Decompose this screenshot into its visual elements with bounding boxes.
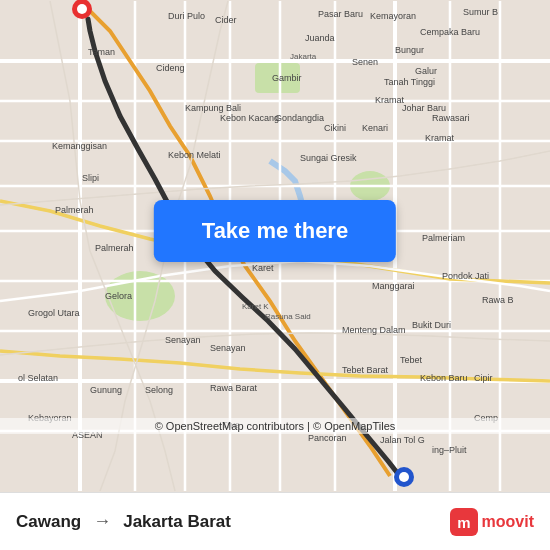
place-ol-selatan: ol Selatan xyxy=(18,373,58,383)
place-tebet: Tebet xyxy=(400,355,423,365)
bottom-bar: Cawang → Jakarta Barat m moovit xyxy=(0,492,550,550)
moovit-icon: m xyxy=(450,508,478,536)
place-senayan: Senayan xyxy=(165,335,201,345)
place-sungai-gresik: Sungai Gresik xyxy=(300,153,357,163)
moovit-logo: m moovit xyxy=(450,508,534,536)
place-manggarai: Manggarai xyxy=(372,281,415,291)
place-senen: Senen xyxy=(352,57,378,67)
place-taman: Taman xyxy=(88,47,115,57)
place-duri-pulo: Duri Pulo xyxy=(168,11,205,21)
place-ing-pluit: ing–Pluit xyxy=(432,445,467,455)
place-palmerah2: Palmerah xyxy=(95,243,134,253)
place-bungur: Bungur xyxy=(395,45,424,55)
place-pasar-baru: Pasar Baru xyxy=(318,9,363,19)
place-rasuna-said: Rasuna Said xyxy=(265,312,311,321)
place-gondangdia: Gondangdia xyxy=(275,113,324,123)
arrow-icon: → xyxy=(93,511,111,532)
place-galur: Galur xyxy=(415,66,437,76)
place-kemayoran: Kemayoran xyxy=(370,11,416,21)
place-cider: Cider xyxy=(215,15,237,25)
place-kenari: Kenari xyxy=(362,123,388,133)
place-slipi: Slipi xyxy=(82,173,99,183)
svg-point-23 xyxy=(77,4,87,14)
place-cipir: Cipir xyxy=(474,373,493,383)
place-gunung: Gunung xyxy=(90,385,122,395)
place-palmeriam: Palmeriam xyxy=(422,233,465,243)
place-jakarta: Jakarta xyxy=(290,52,317,61)
place-pondok-jati: Pondok Jati xyxy=(442,271,489,281)
place-bukit-duri: Bukit Duri xyxy=(412,320,451,330)
svg-point-25 xyxy=(399,472,409,482)
place-cikini: Cikini xyxy=(324,123,346,133)
place-jalan-tol-g: Jalan Tol G xyxy=(380,435,425,445)
place-juanda: Juanda xyxy=(305,33,335,43)
place-kramat: Kramat xyxy=(375,95,405,105)
place-gambir: Gambir xyxy=(272,73,302,83)
origin-label: Cawang xyxy=(16,512,81,532)
place-rawasari: Rawasari xyxy=(432,113,470,123)
place-pancoran: Pancoran xyxy=(308,433,347,443)
app: Duri Pulo Cider Pasar Baru Kemayoran Sum… xyxy=(0,0,550,550)
place-menteng-dalam: Menteng Dalam xyxy=(342,325,406,335)
place-sumur-b: Sumur B xyxy=(463,7,498,17)
place-karet-k: Karet K xyxy=(242,302,269,311)
map-attribution: © OpenStreetMap contributors | © OpenMap… xyxy=(0,418,550,434)
place-tanah-tinggi: Tanah Tinggi xyxy=(384,77,435,87)
place-johar-baru: Johar Baru xyxy=(402,103,446,113)
place-tebet-barat: Tebet Barat xyxy=(342,365,389,375)
destination-label: Jakarta Barat xyxy=(123,512,231,532)
place-karet: Karet xyxy=(252,263,274,273)
place-kebon-baru: Kebon Baru xyxy=(420,373,468,383)
place-grogol-utara: Grogol Utara xyxy=(28,308,80,318)
place-rawa-b: Rawa B xyxy=(482,295,514,305)
place-palmerah: Palmerah xyxy=(55,205,94,215)
moovit-text: moovit xyxy=(482,513,534,531)
place-kebon-kacang: Kebon Kacang xyxy=(220,113,279,123)
place-gelora: Gelora xyxy=(105,291,132,301)
place-kramat2: Kramat xyxy=(425,133,455,143)
place-kebon-melati: Kebon Melati xyxy=(168,150,221,160)
place-senayan2: Senayan xyxy=(210,343,246,353)
place-rawa-barat: Rawa Barat xyxy=(210,383,258,393)
take-me-there-button[interactable]: Take me there xyxy=(154,200,396,262)
place-selong: Selong xyxy=(145,385,173,395)
place-kampung-bali: Kampung Bali xyxy=(185,103,241,113)
place-kemanggisan: Kemanggisan xyxy=(52,141,107,151)
map-container: Duri Pulo Cider Pasar Baru Kemayoran Sum… xyxy=(0,0,550,492)
place-cideng: Cideng xyxy=(156,63,185,73)
svg-text:m: m xyxy=(457,514,470,531)
place-cempaka-baru: Cempaka Baru xyxy=(420,27,480,37)
